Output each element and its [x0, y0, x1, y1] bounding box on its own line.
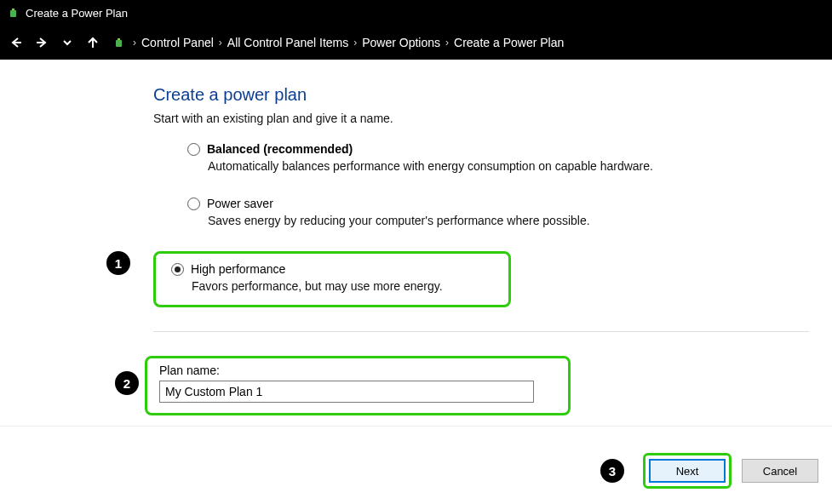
next-button-highlight: Next [643, 453, 732, 489]
battery-icon [112, 36, 126, 49]
nav-toolbar: › Control Panel › All Control Panel Item… [0, 26, 832, 60]
option-high-performance-desc: Favors performance, but may use more ene… [192, 279, 493, 293]
option-balanced-desc: Automatically balances performance with … [208, 159, 815, 173]
page-subtitle: Start with an existing plan and give it … [153, 112, 815, 125]
breadcrumb-all-items[interactable]: All Control Panel Items [227, 36, 348, 49]
radio-power-saver[interactable] [187, 198, 200, 210]
footer-buttons: 3 Next Cancel [600, 453, 818, 489]
plan-name-label: Plan name: [159, 364, 556, 377]
option-balanced[interactable]: Balanced (recommended) Automatically bal… [187, 142, 815, 173]
nav-up-button[interactable] [82, 30, 104, 55]
plan-name-input[interactable] [159, 381, 534, 403]
annotation-marker-3: 3 [600, 459, 624, 483]
radio-high-performance[interactable] [171, 263, 184, 276]
plan-name-section: Plan name: [145, 356, 571, 415]
next-button[interactable]: Next [649, 459, 726, 483]
nav-back-button[interactable] [5, 30, 27, 55]
svg-rect-3 [118, 38, 120, 40]
chevron-right-icon: › [353, 37, 357, 49]
chevron-right-icon: › [133, 37, 136, 49]
main-content: Create a power plan Start with an existi… [0, 60, 832, 415]
breadcrumb-create-plan[interactable]: Create a Power Plan [454, 36, 564, 49]
divider [0, 426, 832, 427]
breadcrumb-control-panel[interactable]: Control Panel [141, 36, 214, 49]
option-high-performance[interactable]: High performance Favors performance, but… [153, 251, 511, 307]
option-balanced-label: Balanced (recommended) [207, 142, 353, 156]
svg-rect-0 [10, 10, 16, 17]
nav-recent-button[interactable] [56, 30, 78, 55]
window-titlebar: Create a Power Plan [0, 0, 832, 26]
option-power-saver-label: Power saver [207, 197, 273, 210]
option-power-saver-desc: Saves energy by reducing your computer's… [208, 214, 815, 227]
chevron-right-icon: › [445, 37, 449, 49]
divider [153, 331, 809, 332]
chevron-right-icon: › [219, 37, 222, 49]
nav-forward-button[interactable] [31, 30, 53, 55]
window-title: Create a Power Plan [26, 7, 128, 20]
page-title: Create a power plan [153, 85, 815, 105]
cancel-button[interactable]: Cancel [742, 459, 818, 483]
option-power-saver[interactable]: Power saver Saves energy by reducing you… [187, 197, 815, 227]
breadcrumb-power-options[interactable]: Power Options [362, 36, 440, 49]
option-high-performance-label: High performance [191, 262, 285, 276]
breadcrumb: › Control Panel › All Control Panel Item… [112, 36, 564, 49]
radio-balanced[interactable] [187, 143, 200, 156]
svg-rect-2 [116, 40, 122, 47]
annotation-marker-1: 1 [106, 251, 130, 275]
annotation-marker-2: 2 [115, 371, 139, 395]
battery-icon [7, 6, 20, 20]
svg-rect-1 [12, 9, 14, 10]
